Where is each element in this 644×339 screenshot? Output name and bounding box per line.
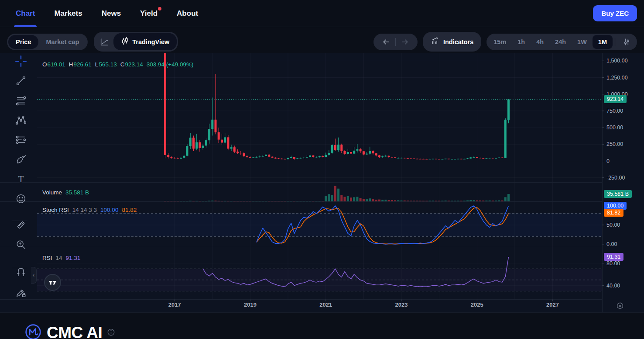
divider [615, 38, 615, 46]
axis-settings-icon[interactable] [615, 301, 625, 311]
price-chart-canvas[interactable] [0, 53, 644, 313]
info-icon[interactable] [107, 328, 115, 338]
last-price-badge: 923.14 [604, 95, 627, 103]
axis-tick-label: 500.00 [606, 125, 623, 131]
stoch-d-badge: 81.82 [604, 209, 623, 217]
ohlc-legend: O619.01 H926.61 L565.13 C923.14 303.94 (… [42, 61, 193, 68]
nav-item-chart[interactable]: Chart [16, 0, 35, 27]
volume-badge: 35.581 B [604, 190, 632, 198]
toolbar-divider [12, 268, 27, 268]
indicators-icon [431, 37, 439, 47]
low-label: L [95, 61, 99, 68]
rsi-badge: 91.31 [604, 253, 623, 261]
timeframe-1w[interactable]: 1W [572, 35, 593, 49]
toolbar-right: Indicators 15m1h4h24h1W1M [373, 32, 637, 52]
year-label: 2027 [546, 301, 559, 308]
axis-tick-label: 50.00 [606, 222, 620, 228]
volume-legend: Volume 35.581 B [42, 189, 89, 196]
volume-value: 35.581 B [65, 189, 89, 196]
tradingview-style-button[interactable]: TradingView [113, 33, 177, 50]
forward-arrow-button[interactable] [396, 35, 414, 49]
nav-item-yield[interactable]: Yield [140, 0, 158, 27]
year-label: 2025 [471, 301, 483, 308]
chart-settings-sliders-icon[interactable] [617, 35, 636, 49]
top-nav: ChartMarketsNewsYieldAbout Buy ZEC [0, 0, 644, 27]
rsi-params: 14 [56, 255, 62, 261]
rsi-value: 91.31 [66, 255, 81, 261]
history-nav-group [373, 34, 418, 50]
low-value: 565.13 [99, 61, 116, 68]
stoch-d-value: 81.82 [122, 207, 137, 213]
year-label: 2017 [168, 301, 181, 308]
collapse-toolbar-handle[interactable]: ‹ [31, 267, 37, 284]
nav-item-news[interactable]: News [102, 0, 121, 27]
cmc-logo [24, 323, 42, 339]
stoch-label: Stoch RSI [42, 207, 69, 213]
timeframe-1h[interactable]: 1h [512, 35, 531, 49]
axis-tick-label: 750.00 [606, 108, 623, 114]
timeframe-group: 15m1h4h24h1W1M [486, 34, 637, 50]
change-value: 303.94 (+49.09%) [147, 61, 194, 68]
tradingview-logo[interactable] [44, 274, 61, 291]
timeframe-1m[interactable]: 1M [593, 35, 613, 49]
rsi-legend: RSI 14 91.31 [42, 255, 80, 261]
chart-toolbar: Price Market cap TradingView [0, 27, 644, 56]
open-value: 619.01 [48, 61, 65, 68]
timeframe-15m[interactable]: 15m [488, 35, 512, 49]
nav-item-markets[interactable]: Markets [54, 0, 82, 27]
line-chart-icon[interactable] [95, 35, 113, 49]
close-value: 923.14 [125, 61, 143, 68]
svg-text:T: T [18, 174, 24, 184]
nav-item-about[interactable]: About [177, 0, 198, 27]
tool-projection-icon[interactable] [13, 132, 29, 148]
timeframe-24h[interactable]: 24h [549, 35, 572, 49]
tool-magnet-icon[interactable] [13, 264, 29, 280]
tool-brush-icon[interactable] [13, 152, 29, 167]
cmc-footer: CMC AI [24, 323, 115, 339]
axis-tick-label: 1,500.00 [606, 58, 628, 64]
price-toggle-button[interactable]: Price [8, 35, 38, 49]
candlestick-icon [121, 37, 129, 47]
tool-trend-line-icon[interactable] [13, 73, 29, 89]
axis-tick-label: 40.00 [606, 283, 620, 289]
high-label: H [69, 61, 73, 68]
high-value: 926.61 [74, 61, 92, 68]
stoch-params: 14 14 3 3 [72, 207, 97, 213]
buy-zec-button[interactable]: Buy ZEC [593, 5, 637, 21]
stoch-k-value: 100.00 [100, 207, 118, 213]
axis-tick-label: -250.00 [606, 175, 625, 181]
tool-emoji-icon[interactable] [13, 191, 29, 207]
axis-tick-label: 250.00 [606, 141, 623, 147]
tool-text-icon[interactable]: T [13, 171, 29, 187]
back-arrow-button[interactable] [377, 35, 395, 49]
tool-lock-drawings-icon[interactable] [13, 284, 29, 300]
notification-dot [158, 7, 161, 10]
marketcap-toggle-button[interactable]: Market cap [38, 35, 86, 49]
cmc-ai-title: CMC AI [47, 324, 102, 339]
tool-zoom-in-icon[interactable] [13, 237, 29, 253]
toolbar-divider [12, 221, 27, 221]
stoch-rsi-legend: Stoch RSI 14 14 3 3 100.00 81.82 [42, 207, 137, 213]
close-label: C [120, 61, 125, 68]
axis-tick-label: 80.00 [606, 260, 620, 266]
year-label: 2019 [244, 301, 257, 308]
tool-ruler-icon[interactable] [13, 217, 29, 233]
axis-tick-label: 1,250.00 [606, 75, 628, 81]
chart-style-toggle: TradingView [94, 32, 178, 52]
timeframe-4h[interactable]: 4h [531, 35, 549, 49]
tool-fib-retracement-icon[interactable] [13, 93, 29, 108]
price-marketcap-toggle: Price Market cap [7, 34, 88, 50]
chart-region: T ‹ O619.01 H926.61 L565.13 C923.14 303.… [0, 53, 644, 313]
axis-tick-label: 0 [606, 158, 610, 164]
indicators-button[interactable]: Indicators [424, 33, 480, 50]
indicators-label: Indicators [443, 38, 473, 45]
tool-xabcd-pattern-icon[interactable] [13, 112, 29, 128]
tradingview-label: TradingView [132, 38, 169, 45]
year-label: 2021 [319, 301, 332, 308]
axis-tick-label: 0.00 [606, 241, 617, 247]
year-label: 2023 [395, 301, 408, 308]
tool-crosshair-icon[interactable] [13, 53, 29, 69]
volume-label: Volume [42, 189, 62, 196]
indicators-group: Indicators [423, 32, 481, 52]
rsi-label: RSI [42, 255, 52, 261]
